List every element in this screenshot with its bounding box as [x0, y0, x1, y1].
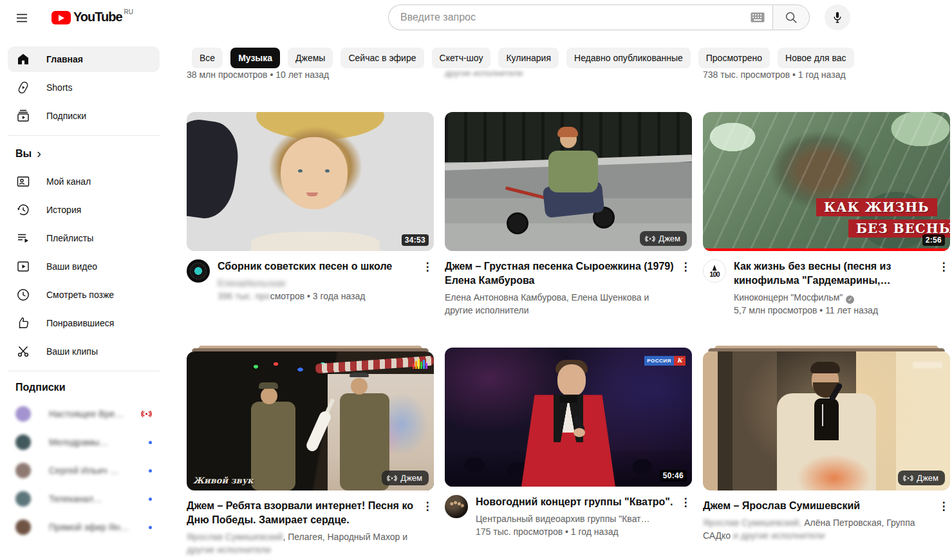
more-options-icon[interactable] — [936, 499, 951, 514]
channel-avatar[interactable] — [445, 495, 468, 518]
video-stats: 175 тыс. просмотров • 1 год назад — [476, 525, 675, 538]
video-title[interactable]: Новогодний концерт группы "Кватро". — [476, 495, 675, 509]
playlists-icon — [15, 230, 31, 246]
channel-name[interactable]: ЕленаИюльская — [218, 277, 417, 290]
channel-name[interactable]: Центральный видеоархив группы "Кват… — [476, 512, 675, 525]
history-icon — [15, 202, 31, 218]
avatar — [15, 406, 31, 422]
home-icon — [15, 51, 31, 67]
sidebar-item-liked[interactable]: Понравившиеся — [8, 310, 160, 336]
more-options-icon[interactable] — [678, 495, 693, 510]
video-thumbnail[interactable]: Джем — [703, 351, 950, 490]
chip-cooking[interactable]: Кулинария — [498, 48, 559, 68]
channel-watermark — [913, 362, 942, 368]
video-title[interactable]: Сборник советских песен о школе — [218, 259, 417, 274]
youtube-logo[interactable]: YouTube RU — [51, 10, 133, 24]
jam-live-icon — [387, 474, 397, 482]
chip-watched[interactable]: Просмотрено — [698, 48, 770, 68]
thumbnail-overlay-text: КАК ЖИЗНЬ — [816, 198, 937, 216]
voice-search-button[interactable] — [825, 5, 850, 30]
new-content-dot — [149, 498, 152, 501]
channel-avatar-vinyl[interactable] — [187, 259, 210, 283]
sidebar-item-shorts[interactable]: Shorts — [8, 75, 160, 100]
thumbs-up-icon — [15, 315, 31, 331]
sidebar-section-you[interactable]: Вы› — [8, 145, 160, 169]
sidebar-item-subscriptions[interactable]: Подписки — [8, 103, 160, 129]
sidebar-subscription-channel[interactable]: Мелодрамы… — [8, 429, 160, 455]
watched-progress-bar — [703, 248, 950, 251]
sidebar-item-label: Понравившиеся — [46, 318, 114, 328]
search-button[interactable] — [772, 5, 810, 30]
sidebar-item-label: История — [46, 205, 81, 215]
jam-badge: Джем — [640, 231, 687, 246]
subscriptions-icon — [15, 108, 31, 124]
video-byline[interactable]: Ярослав Сумишевский, Пелагея, Народный М… — [187, 530, 417, 556]
avatar — [15, 463, 31, 478]
video-title[interactable]: Джем – Ярослав Сумишевский — [703, 499, 933, 513]
video-title[interactable]: Джем – Грустная песенка Сыроежкина (1979… — [445, 259, 675, 288]
video-byline[interactable]: Елена Антоновна Камбурова, Елена Шуенков… — [445, 291, 675, 317]
chip-recent[interactable]: Недавно опубликованные — [566, 48, 691, 68]
filter-chip-bar: Все Музыка Джемы Сейчас в эфире Скетч-шо… — [192, 48, 854, 68]
video-card: Джем Джем – Грустная песенка Сыроежкина … — [445, 112, 692, 317]
chip-new[interactable]: Новое для вас — [778, 48, 854, 68]
youtube-wordmark: YouTube — [73, 10, 122, 24]
more-options-icon[interactable] — [420, 259, 435, 275]
channel-name[interactable]: Киноконцерн "Мосфильм" — [734, 291, 933, 304]
keyboard-icon[interactable] — [751, 12, 765, 23]
sidebar-item-playlists[interactable]: Плейлисты — [8, 225, 160, 251]
video-thumbnail[interactable]: Джем — [445, 112, 692, 251]
more-options-icon[interactable] — [936, 259, 951, 275]
tv-channel-logo: РОССИЯК — [644, 356, 686, 366]
jam-live-icon — [645, 235, 655, 243]
sidebar-item-label: Подписки — [46, 111, 86, 121]
partial-video-byline: другие исполнители — [445, 68, 692, 78]
search-input[interactable] — [399, 11, 743, 24]
partial-video-stats: 738 тыс. просмотров • 1 год назад — [703, 70, 950, 80]
sidebar-divider — [8, 135, 160, 136]
video-card: РОССИЯК 50:46 Новогодний концерт группы … — [445, 348, 692, 538]
more-options-icon[interactable] — [678, 259, 693, 275]
new-content-dot — [149, 526, 152, 529]
video-thumbnail[interactable]: КАК ЖИЗНЬ БЕЗ ВЕСНЫ 2:56 — [703, 112, 950, 251]
sidebar-section-subscriptions: Подписки — [8, 380, 160, 401]
video-grid: 38 млн просмотров • 10 лет назад другие … — [187, 36, 952, 560]
sidebar-item-clips[interactable]: Ваши клипы — [8, 339, 160, 364]
duration-badge: 2:56 — [922, 234, 945, 246]
your-videos-icon — [15, 259, 31, 274]
sidebar-item-history[interactable]: История — [8, 197, 160, 223]
sidebar-item-my-channel[interactable]: Мой канал — [8, 169, 160, 194]
sidebar-subscription-channel[interactable]: Сергей Ильич … — [8, 458, 160, 483]
avatar — [15, 519, 31, 535]
live-icon — [141, 410, 152, 418]
video-stats: 5,7 млн просмотров • 11 лет назад — [734, 304, 933, 317]
video-thumbnail[interactable]: РОССИЯК 50:46 — [445, 348, 692, 487]
video-thumbnail[interactable]: Живой звук Джем — [187, 351, 434, 490]
chip-music[interactable]: Музыка — [230, 48, 280, 68]
hamburger-menu-icon[interactable] — [14, 10, 30, 26]
video-thumbnail[interactable]: 34:53 — [187, 112, 434, 251]
sidebar-item-your-videos[interactable]: Ваши видео — [8, 254, 160, 279]
avatar — [15, 434, 31, 450]
sidebar-item-watch-later[interactable]: Смотреть позже — [8, 282, 160, 308]
sidebar-subscription-channel[interactable]: Прямой эфир Ян… — [8, 514, 160, 540]
sidebar-item-label: Плейлисты — [46, 233, 93, 243]
chip-jams[interactable]: Джемы — [288, 48, 333, 68]
youtube-play-icon — [51, 11, 71, 24]
channel-avatar-mosfilm[interactable]: 100 — [703, 259, 726, 283]
more-options-icon[interactable] — [420, 499, 435, 514]
chevron-right-icon: › — [37, 146, 41, 161]
chip-live[interactable]: Сейчас в эфире — [341, 48, 424, 68]
video-title[interactable]: Как жизнь без весны (песня из кинофильма… — [734, 259, 933, 288]
video-title[interactable]: Джем – Ребята взорвали интернет! Песня к… — [187, 499, 417, 527]
chip-all[interactable]: Все — [192, 48, 223, 68]
sidebar-item-home[interactable]: Главная — [8, 46, 160, 72]
chip-sketch[interactable]: Скетч-шоу — [432, 48, 491, 68]
sidebar-item-label: Главная — [46, 54, 83, 64]
sidebar-subscription-channel[interactable]: Телеканал… — [8, 486, 160, 512]
sidebar-subscription-channel[interactable]: Настоящее Вре… — [8, 401, 160, 427]
search-box[interactable] — [388, 5, 772, 30]
mix-stack-indicator — [187, 346, 434, 351]
video-byline[interactable]: Ярослав Сумишевский, Алёна Петровская, Г… — [703, 516, 933, 542]
jam-badge: Джем — [898, 471, 945, 485]
